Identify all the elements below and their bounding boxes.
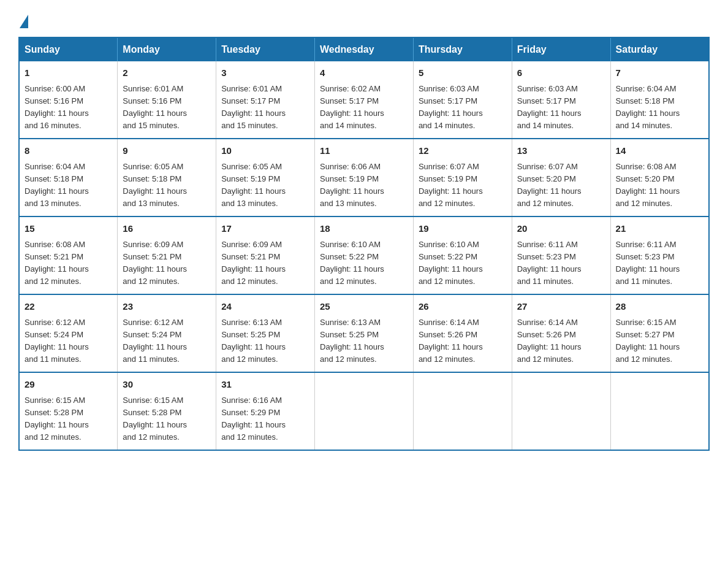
calendar-cell: 3 Sunrise: 6:01 AMSunset: 5:17 PMDayligh… — [216, 61, 315, 139]
day-info: Sunrise: 6:09 AMSunset: 5:21 PMDaylight:… — [123, 240, 187, 286]
day-number: 6 — [517, 66, 605, 80]
day-info: Sunrise: 6:03 AMSunset: 5:17 PMDaylight:… — [419, 84, 483, 130]
day-info: Sunrise: 6:01 AMSunset: 5:17 PMDaylight:… — [221, 84, 286, 130]
day-info: Sunrise: 6:15 AMSunset: 5:28 PMDaylight:… — [25, 396, 89, 442]
day-info: Sunrise: 6:15 AMSunset: 5:28 PMDaylight:… — [123, 396, 187, 442]
calendar-cell: 24 Sunrise: 6:13 AMSunset: 5:25 PMDaylig… — [216, 294, 315, 372]
calendar-cell: 23 Sunrise: 6:12 AMSunset: 5:24 PMDaylig… — [118, 294, 216, 372]
day-number: 12 — [419, 144, 507, 158]
day-info: Sunrise: 6:14 AMSunset: 5:26 PMDaylight:… — [517, 318, 582, 364]
day-info: Sunrise: 6:05 AMSunset: 5:18 PMDaylight:… — [123, 162, 187, 208]
day-number: 25 — [320, 300, 408, 314]
day-number: 1 — [25, 66, 112, 80]
calendar-cell: 26 Sunrise: 6:14 AMSunset: 5:26 PMDaylig… — [413, 294, 512, 372]
column-header-sunday: Sunday — [19, 37, 118, 61]
calendar-cell: 4 Sunrise: 6:02 AMSunset: 5:17 PMDayligh… — [315, 61, 414, 139]
calendar-week-row: 1 Sunrise: 6:00 AMSunset: 5:16 PMDayligh… — [19, 61, 709, 139]
calendar-cell: 17 Sunrise: 6:09 AMSunset: 5:21 PMDaylig… — [216, 216, 315, 294]
calendar-cell: 30 Sunrise: 6:15 AMSunset: 5:28 PMDaylig… — [118, 372, 216, 450]
column-header-wednesday: Wednesday — [315, 37, 414, 61]
column-header-tuesday: Tuesday — [216, 37, 315, 61]
day-info: Sunrise: 6:10 AMSunset: 5:22 PMDaylight:… — [419, 240, 483, 286]
calendar-cell — [413, 372, 512, 450]
calendar-week-row: 15 Sunrise: 6:08 AMSunset: 5:21 PMDaylig… — [19, 216, 709, 294]
day-info: Sunrise: 6:06 AMSunset: 5:19 PMDaylight:… — [320, 162, 384, 208]
day-number: 29 — [25, 378, 112, 392]
calendar-cell: 5 Sunrise: 6:03 AMSunset: 5:17 PMDayligh… — [413, 61, 512, 139]
calendar-cell: 25 Sunrise: 6:13 AMSunset: 5:25 PMDaylig… — [315, 294, 414, 372]
day-info: Sunrise: 6:08 AMSunset: 5:21 PMDaylight:… — [25, 240, 89, 286]
calendar-cell — [315, 372, 414, 450]
calendar-cell: 29 Sunrise: 6:15 AMSunset: 5:28 PMDaylig… — [19, 372, 118, 450]
day-info: Sunrise: 6:04 AMSunset: 5:18 PMDaylight:… — [616, 84, 680, 130]
day-info: Sunrise: 6:13 AMSunset: 5:25 PMDaylight:… — [221, 318, 286, 364]
day-info: Sunrise: 6:14 AMSunset: 5:26 PMDaylight:… — [419, 318, 483, 364]
day-number: 4 — [320, 66, 408, 80]
day-number: 24 — [221, 300, 309, 314]
calendar-cell: 1 Sunrise: 6:00 AMSunset: 5:16 PMDayligh… — [19, 61, 118, 139]
calendar-cell: 18 Sunrise: 6:10 AMSunset: 5:22 PMDaylig… — [315, 216, 414, 294]
day-info: Sunrise: 6:16 AMSunset: 5:29 PMDaylight:… — [221, 396, 286, 442]
calendar-cell: 20 Sunrise: 6:11 AMSunset: 5:23 PMDaylig… — [512, 216, 610, 294]
day-info: Sunrise: 6:01 AMSunset: 5:16 PMDaylight:… — [123, 84, 187, 130]
day-number: 7 — [616, 66, 703, 80]
calendar-header-row: SundayMondayTuesdayWednesdayThursdayFrid… — [19, 37, 709, 61]
calendar-cell: 28 Sunrise: 6:15 AMSunset: 5:27 PMDaylig… — [610, 294, 709, 372]
day-info: Sunrise: 6:09 AMSunset: 5:21 PMDaylight:… — [221, 240, 286, 286]
day-info: Sunrise: 6:04 AMSunset: 5:18 PMDaylight:… — [25, 162, 89, 208]
day-info: Sunrise: 6:07 AMSunset: 5:19 PMDaylight:… — [419, 162, 483, 208]
day-info: Sunrise: 6:13 AMSunset: 5:25 PMDaylight:… — [320, 318, 384, 364]
day-info: Sunrise: 6:08 AMSunset: 5:20 PMDaylight:… — [616, 162, 680, 208]
calendar-week-row: 29 Sunrise: 6:15 AMSunset: 5:28 PMDaylig… — [19, 372, 709, 450]
day-number: 3 — [221, 66, 309, 80]
calendar-cell: 7 Sunrise: 6:04 AMSunset: 5:18 PMDayligh… — [610, 61, 709, 139]
calendar-cell — [610, 372, 709, 450]
day-number: 20 — [517, 222, 605, 236]
day-info: Sunrise: 6:11 AMSunset: 5:23 PMDaylight:… — [616, 240, 680, 286]
calendar-cell: 16 Sunrise: 6:09 AMSunset: 5:21 PMDaylig… — [118, 216, 216, 294]
calendar-cell: 22 Sunrise: 6:12 AMSunset: 5:24 PMDaylig… — [19, 294, 118, 372]
day-number: 9 — [123, 144, 211, 158]
logo-triangle-icon — [20, 15, 28, 28]
day-number: 21 — [616, 222, 703, 236]
day-info: Sunrise: 6:11 AMSunset: 5:23 PMDaylight:… — [517, 240, 582, 286]
day-number: 14 — [616, 144, 703, 158]
calendar-cell: 11 Sunrise: 6:06 AMSunset: 5:19 PMDaylig… — [315, 139, 414, 216]
calendar-cell: 19 Sunrise: 6:10 AMSunset: 5:22 PMDaylig… — [413, 216, 512, 294]
day-number: 11 — [320, 144, 408, 158]
page-header — [18, 12, 710, 26]
day-number: 16 — [123, 222, 211, 236]
day-number: 19 — [419, 222, 507, 236]
calendar-cell: 6 Sunrise: 6:03 AMSunset: 5:17 PMDayligh… — [512, 61, 610, 139]
column-header-thursday: Thursday — [413, 37, 512, 61]
day-number: 26 — [419, 300, 507, 314]
calendar-cell: 14 Sunrise: 6:08 AMSunset: 5:20 PMDaylig… — [610, 139, 709, 216]
day-number: 30 — [123, 378, 211, 392]
day-number: 17 — [221, 222, 309, 236]
day-number: 2 — [123, 66, 211, 80]
logo — [18, 12, 28, 26]
day-info: Sunrise: 6:12 AMSunset: 5:24 PMDaylight:… — [25, 318, 89, 364]
day-number: 22 — [25, 300, 112, 314]
calendar-table: SundayMondayTuesdayWednesdayThursdayFrid… — [18, 37, 710, 451]
day-number: 8 — [25, 144, 112, 158]
day-number: 31 — [221, 378, 309, 392]
day-number: 13 — [517, 144, 605, 158]
column-header-saturday: Saturday — [610, 37, 709, 61]
day-number: 10 — [221, 144, 309, 158]
day-info: Sunrise: 6:07 AMSunset: 5:20 PMDaylight:… — [517, 162, 582, 208]
day-info: Sunrise: 6:15 AMSunset: 5:27 PMDaylight:… — [616, 318, 680, 364]
day-info: Sunrise: 6:00 AMSunset: 5:16 PMDaylight:… — [25, 84, 89, 130]
calendar-cell: 21 Sunrise: 6:11 AMSunset: 5:23 PMDaylig… — [610, 216, 709, 294]
calendar-cell: 31 Sunrise: 6:16 AMSunset: 5:29 PMDaylig… — [216, 372, 315, 450]
calendar-cell: 12 Sunrise: 6:07 AMSunset: 5:19 PMDaylig… — [413, 139, 512, 216]
calendar-cell: 8 Sunrise: 6:04 AMSunset: 5:18 PMDayligh… — [19, 139, 118, 216]
day-number: 28 — [616, 300, 703, 314]
day-number: 27 — [517, 300, 605, 314]
calendar-week-row: 8 Sunrise: 6:04 AMSunset: 5:18 PMDayligh… — [19, 139, 709, 216]
calendar-cell — [512, 372, 610, 450]
calendar-cell: 27 Sunrise: 6:14 AMSunset: 5:26 PMDaylig… — [512, 294, 610, 372]
calendar-cell: 13 Sunrise: 6:07 AMSunset: 5:20 PMDaylig… — [512, 139, 610, 216]
calendar-week-row: 22 Sunrise: 6:12 AMSunset: 5:24 PMDaylig… — [19, 294, 709, 372]
calendar-cell: 15 Sunrise: 6:08 AMSunset: 5:21 PMDaylig… — [19, 216, 118, 294]
